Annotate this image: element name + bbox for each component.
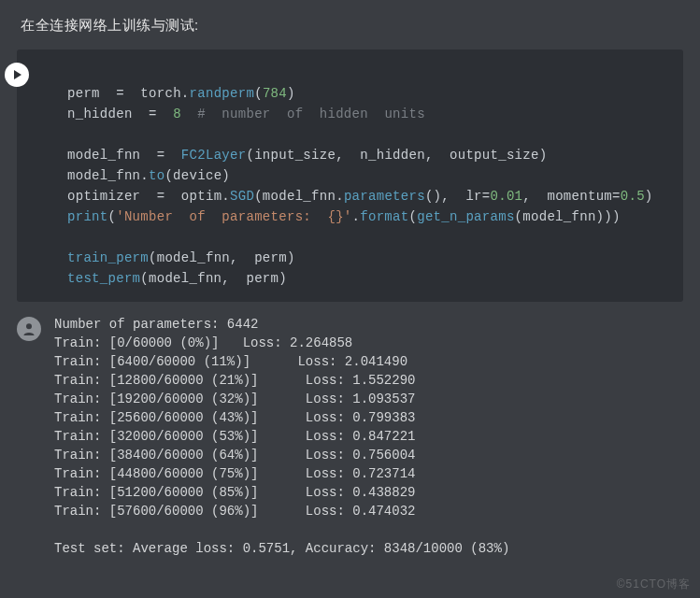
output-cell: Number of parameters: 6442 Train: [0/600… — [0, 302, 700, 558]
code-token: torch. — [140, 86, 189, 101]
code-token: optim. — [181, 189, 230, 204]
code-token: ( — [408, 209, 417, 224]
code-token: 0.01 — [491, 189, 523, 204]
code-token: format — [360, 209, 408, 224]
code-token: train_perm — [67, 250, 149, 265]
output-line: Train: [51200/60000 (85%)] Loss: 0.43882… — [54, 485, 415, 500]
watermark: ©51CTO博客 — [617, 577, 691, 592]
code-token: = — [157, 189, 165, 204]
output-line: Train: [12800/60000 (21%)] Loss: 1.55229… — [54, 373, 415, 388]
code-token: perm — [67, 86, 100, 101]
code-token: model_fnn — [67, 148, 140, 163]
output-line: Train: [32000/60000 (53%)] Loss: 0.84722… — [54, 429, 415, 444]
code-token: optimizer — [67, 189, 140, 204]
output-line: Train: [0/60000 (0%)] Loss: 2.264858 — [54, 335, 352, 350]
code-token: test_perm — [67, 271, 140, 286]
code-token: parameters — [344, 189, 425, 204]
code-token: SGD — [230, 189, 254, 204]
code-token: (model_fnn, perm) — [149, 250, 295, 265]
output-line: Number of parameters: 6442 — [54, 317, 258, 332]
code-token: to — [149, 168, 164, 183]
code-token: model_fnn. — [67, 168, 149, 183]
code-token: = — [116, 86, 124, 101]
code-token: get_n_params — [417, 209, 514, 224]
output-text: Number of parameters: 6442 Train: [0/600… — [54, 315, 509, 558]
code-content: perm = torch.randperm(784) n_hidden = 8 … — [67, 63, 668, 289]
output-avatar-icon — [17, 317, 41, 341]
svg-marker-0 — [14, 70, 21, 79]
code-token: (model_fnn. — [254, 189, 344, 204]
code-token: randperm — [190, 86, 255, 101]
code-token: = — [149, 107, 157, 121]
code-token: (model_fnn, perm) — [140, 271, 287, 286]
code-token: 8 — [173, 107, 181, 121]
code-token: (device) — [164, 168, 230, 183]
svg-point-1 — [26, 323, 32, 329]
code-token: ( — [254, 86, 263, 101]
code-token: ) — [287, 86, 295, 101]
section-heading: 在全连接网络上训练与测试: — [0, 0, 700, 50]
code-token: ) — [645, 189, 653, 204]
play-icon — [11, 69, 22, 80]
output-line: Test set: Average loss: 0.5751, Accuracy… — [54, 541, 509, 556]
code-cell: perm = torch.randperm(784) n_hidden = 8 … — [17, 50, 683, 302]
code-token: (model_fnn))) — [515, 209, 621, 224]
output-line: Train: [6400/60000 (11%)] Loss: 2.041490 — [54, 354, 407, 369]
output-line: Train: [57600/60000 (96%)] Loss: 0.47403… — [54, 504, 415, 519]
code-token: (), lr= — [425, 189, 491, 204]
code-token: n_hidden — [67, 107, 133, 121]
run-cell-button[interactable] — [5, 63, 29, 87]
output-line: Train: [25600/60000 (43%)] Loss: 0.79938… — [54, 410, 415, 425]
output-line: Train: [44800/60000 (75%)] Loss: 0.72371… — [54, 466, 415, 481]
code-token: FC2Layer — [181, 148, 247, 163]
code-token: 784 — [263, 86, 287, 101]
code-token: print — [67, 209, 108, 224]
code-token: ( — [108, 209, 117, 224]
code-string: 'Number of parameters: {}' — [116, 209, 351, 224]
code-token: , momentum= — [522, 189, 620, 204]
code-token: 0.5 — [621, 189, 645, 204]
code-comment: # number of hidden units — [197, 107, 425, 121]
code-token: (input_size, n_hidden, output_size) — [246, 148, 547, 163]
output-line: Train: [19200/60000 (32%)] Loss: 1.09353… — [54, 392, 415, 406]
code-token: = — [157, 148, 165, 163]
code-token: . — [352, 209, 361, 224]
output-line: Train: [38400/60000 (64%)] Loss: 0.75600… — [54, 448, 415, 463]
